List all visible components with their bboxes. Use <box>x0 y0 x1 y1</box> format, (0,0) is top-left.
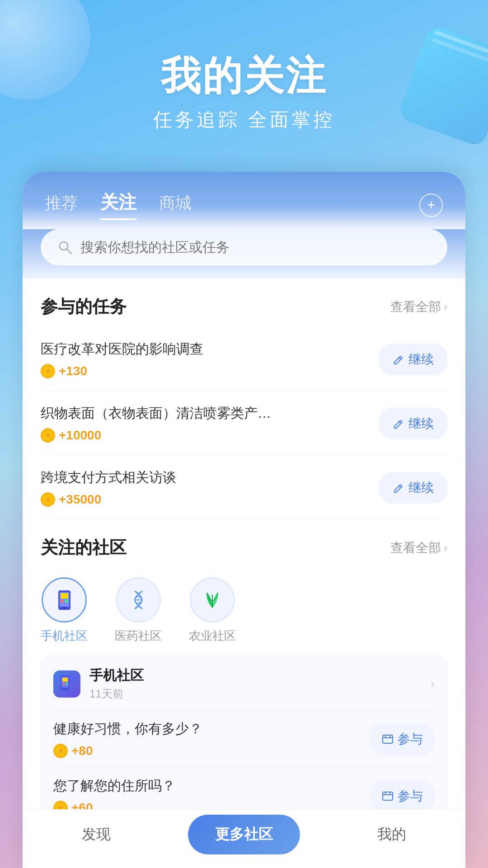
task-points: ★ +35000 <box>41 492 379 507</box>
dna-community-icon <box>126 588 151 613</box>
star-icon: ★ <box>41 428 55 443</box>
community-name: 手机社区 <box>89 666 144 685</box>
tab-recommend[interactable]: 推荐 <box>45 192 78 218</box>
community-task-info-0: 健康好习惯，你有多少？ ★ +80 <box>53 720 370 758</box>
community-card-header[interactable]: 手机社区 11天前 › <box>53 666 435 701</box>
community-label-medical: 医药社区 <box>115 628 162 644</box>
participated-tasks-header: 参与的任务 查看全部 › <box>41 279 447 327</box>
continue-button-2[interactable]: 继续 <box>379 472 447 504</box>
star-icon: ★ <box>53 744 68 758</box>
community-icon-phone[interactable]: 手机社区 <box>41 577 88 644</box>
content-area: 参与的任务 查看全部 › 医疗改革对医院的影响调查 ★ +130 继续 <box>23 279 465 867</box>
participated-tasks-title: 参与的任务 <box>41 295 127 318</box>
community-time: 11天前 <box>89 687 144 701</box>
page-title: 我的关注 <box>27 54 461 98</box>
participate-button-0[interactable]: 参与 <box>370 723 435 755</box>
header: 我的关注 任务追踪 全面掌控 <box>0 0 488 160</box>
task-item: 织物表面（衣物表面）清洁喷雾类产… ★ +10000 继续 <box>41 392 447 456</box>
tab-bar: 推荐 关注 商城 + <box>23 172 465 229</box>
community-icon-circle-medical <box>116 577 161 623</box>
followed-communities-title: 关注的社区 <box>41 536 127 559</box>
chevron-right-icon: › <box>444 542 447 554</box>
svg-rect-5 <box>61 593 68 599</box>
community-card: 手机社区 11天前 › 健康好习惯，你有多少？ ★ +80 <box>41 656 447 835</box>
community-info: 手机社区 11天前 <box>89 666 144 701</box>
task-item: 跨境支付方式相关访谈 ★ +35000 继续 <box>41 456 447 520</box>
search-icon <box>57 239 73 255</box>
community-icons-row: 手机社区 医药社区 <box>41 568 447 648</box>
tab-follow[interactable]: 关注 <box>100 190 136 220</box>
svg-rect-16 <box>66 683 68 685</box>
continue-button-0[interactable]: 继续 <box>379 344 447 375</box>
svg-rect-7 <box>65 599 68 603</box>
more-communities-button[interactable]: 更多社区 <box>188 815 300 854</box>
community-logo-icon <box>57 674 77 694</box>
task-item: 医疗改革对医院的影响调查 ★ +130 继续 <box>41 327 447 392</box>
task-points: ★ +130 <box>41 364 379 378</box>
add-tab-button[interactable]: + <box>419 193 443 217</box>
nav-mine[interactable]: 我的 <box>318 825 465 844</box>
task-info: 织物表面（衣物表面）清洁喷雾类产… ★ +10000 <box>41 404 379 443</box>
task-name: 跨境支付方式相关访谈 <box>41 468 379 487</box>
search-input[interactable] <box>80 240 431 255</box>
star-icon: ★ <box>41 364 55 378</box>
edit-icon <box>392 481 405 494</box>
community-task-0: 健康好习惯，你有多少？ ★ +80 参与 <box>53 710 435 767</box>
svg-rect-6 <box>61 599 64 603</box>
followed-communities-header: 关注的社区 查看全部 › <box>41 520 447 568</box>
community-arrow-icon: › <box>431 677 435 691</box>
tab-shop[interactable]: 商城 <box>159 192 192 218</box>
svg-rect-21 <box>383 792 393 800</box>
participate-button-1[interactable]: 参与 <box>370 780 435 812</box>
task-info: 跨境支付方式相关访谈 ★ +35000 <box>41 468 379 507</box>
community-label-phone: 手机社区 <box>41 628 88 644</box>
page-subtitle: 任务追踪 全面掌控 <box>27 107 461 132</box>
task-points: ★ +10000 <box>41 428 379 443</box>
phone-community-icon <box>52 588 77 613</box>
task-info: 医疗改革对医院的影响调查 ★ +130 <box>41 340 379 378</box>
svg-rect-17 <box>383 735 393 743</box>
nav-more-communities: 更多社区 <box>170 815 318 854</box>
svg-line-1 <box>67 249 71 254</box>
chevron-right-icon: › <box>444 301 447 313</box>
task-name: 医疗改革对医院的影响调查 <box>41 340 379 359</box>
community-task-name-0: 健康好习惯，你有多少？ <box>53 720 370 738</box>
followed-communities-view-all[interactable]: 查看全部 › <box>390 539 447 557</box>
community-icon-medical[interactable]: 医药社区 <box>115 577 162 644</box>
nav-discover[interactable]: 发现 <box>23 825 170 844</box>
leaf-community-icon <box>200 588 225 613</box>
participated-tasks-view-all[interactable]: 查看全部 › <box>390 298 447 316</box>
community-icon-circle-agriculture <box>190 577 235 623</box>
participate-icon <box>381 790 394 802</box>
participate-icon <box>381 733 394 745</box>
search-bar[interactable] <box>41 229 447 265</box>
svg-rect-4 <box>62 608 67 609</box>
star-icon: ★ <box>41 492 55 507</box>
svg-rect-15 <box>62 683 65 685</box>
community-task-name-1: 您了解您的住所吗？ <box>53 777 370 795</box>
community-icon-agriculture[interactable]: 农业社区 <box>189 577 236 644</box>
community-logo <box>53 670 80 698</box>
community-icon-circle-phone <box>42 577 87 623</box>
task-name: 织物表面（衣物表面）清洁喷雾类产… <box>41 404 379 423</box>
bottom-nav: 发现 更多社区 我的 <box>23 809 465 868</box>
edit-icon <box>392 353 405 366</box>
community-label-agriculture: 农业社区 <box>189 628 236 644</box>
continue-button-1[interactable]: 继续 <box>379 408 447 439</box>
svg-rect-14 <box>62 678 68 682</box>
main-card: 推荐 关注 商城 + 参与的任务 查看全部 › 医疗改革对医院的影响调查 <box>23 172 465 868</box>
community-task-points-0: ★ +80 <box>53 744 370 758</box>
edit-icon <box>392 417 405 430</box>
search-area <box>23 229 465 279</box>
